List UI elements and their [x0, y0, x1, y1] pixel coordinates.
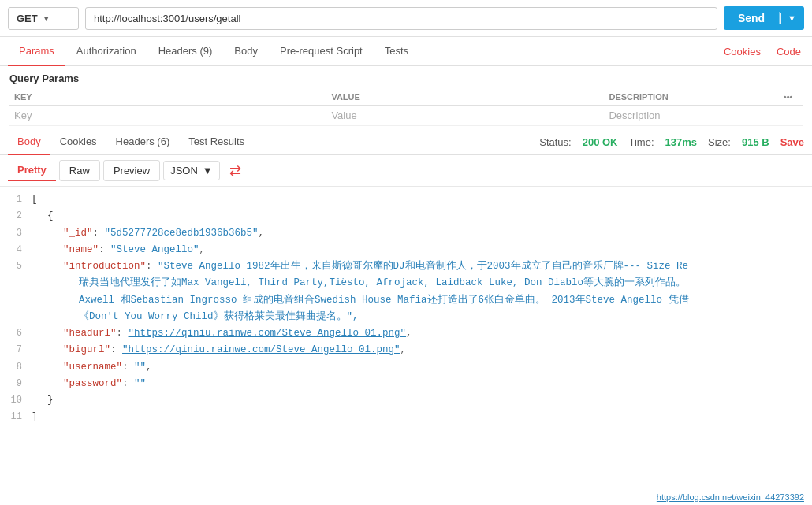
line-num: 11 — [8, 409, 32, 425]
table-row: Key Value Description — [9, 106, 803, 126]
json-line-4: 4 "name": "Steve Angello", — [8, 242, 804, 258]
json-intro-cont2: Axwell 和Sebastian Ingrosso 组成的电音组合Swedis… — [32, 292, 804, 309]
top-bar: GET ▼ Send | ▼ — [0, 0, 812, 37]
time-value: 137ms — [665, 136, 697, 148]
json-line-1: 1 [ — [8, 191, 804, 208]
json-line-5b: Axwell 和Sebastian Ingrosso 组成的电音组合Swedis… — [8, 292, 804, 309]
time-label: Time: — [629, 136, 654, 148]
code-link[interactable]: Code — [773, 38, 804, 65]
json-line-5a: 瑞典当地代理发行了如Max Vangeli, Third Party,Tiëst… — [8, 275, 804, 291]
tab-response-test-results[interactable]: Test Results — [179, 129, 254, 155]
tab-params[interactable]: Params — [8, 37, 65, 66]
line-num: 1 — [8, 191, 32, 207]
params-table: KEY VALUE DESCRIPTION ••• Key Value Desc… — [9, 89, 803, 126]
json-line-9: 9 "password": "" — [8, 376, 804, 392]
wrap-icon[interactable]: ⇄ — [229, 162, 241, 180]
json-line-8: 8 "username": "", — [8, 359, 804, 376]
format-select[interactable]: JSON ▼ — [163, 161, 220, 180]
status-bar: Status: 200 OK Time: 137ms Size: 915 B S… — [539, 136, 804, 148]
json-username: "username": "", — [32, 359, 804, 376]
tab-response-body[interactable]: Body — [8, 129, 50, 155]
format-chevron-icon: ▼ — [203, 165, 213, 176]
method-select[interactable]: GET ▼ — [8, 7, 79, 30]
json-id: "_id": "5d5277728ce8edb1936b36b5", — [32, 225, 804, 242]
raw-button[interactable]: Raw — [59, 160, 100, 181]
json-bracket-close: ] — [32, 409, 804, 425]
status-value: 200 OK — [583, 136, 618, 148]
line-num: 4 — [8, 242, 32, 258]
tab-body[interactable]: Body — [223, 37, 269, 66]
line-num: 8 — [8, 359, 32, 375]
json-name: "name": "Steve Angello", — [32, 242, 804, 258]
line-num: 7 — [8, 342, 32, 358]
tab-response-headers[interactable]: Headers (6) — [106, 129, 180, 155]
method-label: GET — [17, 13, 38, 24]
json-introduction: "introduction": "Steve Angello 1982年出生，来… — [32, 258, 804, 275]
method-chevron-icon: ▼ — [43, 14, 50, 23]
response-area: Body Cookies Headers (6) Test Results St… — [0, 129, 812, 431]
json-brace-open: { — [32, 208, 804, 225]
line-num: 5 — [8, 258, 32, 274]
tab-tests[interactable]: Tests — [374, 37, 419, 66]
json-line-6: 6 "headurl": "https://qiniu.rainwe.com/S… — [8, 325, 804, 342]
json-bracket-open: [ — [32, 191, 804, 208]
format-bar: Pretty Raw Preview JSON ▼ ⇄ — [0, 155, 812, 187]
query-params-section: Query Params KEY VALUE DESCRIPTION ••• K… — [0, 66, 812, 129]
send-button[interactable]: Send | ▼ — [724, 6, 804, 30]
url-input[interactable] — [85, 7, 717, 30]
size-value: 915 B — [742, 136, 769, 148]
json-line-11: 11 ] — [8, 409, 804, 425]
tab-headers[interactable]: Headers (9) — [147, 37, 224, 66]
json-line-5: 5 "introduction": "Steve Angello 1982年出生… — [8, 258, 804, 275]
json-brace-close: } — [32, 392, 804, 409]
format-json-label: JSON — [170, 165, 198, 176]
desc-cell[interactable]: Description — [604, 106, 778, 126]
size-label: Size: — [708, 136, 731, 148]
status-label: Status: — [539, 136, 571, 148]
line-num: 3 — [8, 225, 32, 241]
line-num: 9 — [8, 376, 32, 392]
json-line-3: 3 "_id": "5d5277728ce8edb1936b36b5", — [8, 225, 804, 242]
json-headurl: "headurl": "https://qiniu.rainwe.com/Ste… — [32, 325, 804, 342]
pretty-button[interactable]: Pretty — [8, 160, 56, 181]
json-line-2: 2 { — [8, 208, 804, 225]
tab-response-cookies[interactable]: Cookies — [50, 129, 106, 155]
line-num: 6 — [8, 325, 32, 341]
save-button[interactable]: Save — [780, 136, 804, 148]
tab-authorization[interactable]: Authorization — [65, 37, 147, 66]
json-line-5c: 《Don't You Worry Child》获得格莱美最佳舞曲提名。", — [8, 309, 804, 325]
send-label: Send — [724, 12, 779, 24]
top-tab-right-links: Cookies Code — [721, 38, 804, 65]
tab-prerequest[interactable]: Pre-request Script — [269, 37, 374, 66]
top-tab-nav: Params Authorization Headers (9) Body Pr… — [0, 37, 812, 66]
col-value-header: VALUE — [326, 89, 604, 106]
json-intro-cont1: 瑞典当地代理发行了如Max Vangeli, Third Party,Tiëst… — [32, 275, 804, 291]
action-cell — [779, 106, 803, 126]
line-num: 2 — [8, 208, 32, 224]
json-bigurl: "bigurl": "https://qiniu.rainwe.com/Stev… — [32, 342, 804, 358]
preview-button[interactable]: Preview — [103, 160, 160, 181]
col-key-header: KEY — [9, 89, 326, 106]
key-cell[interactable]: Key — [9, 106, 326, 126]
query-params-title: Query Params — [9, 72, 803, 84]
json-intro-cont3: 《Don't You Worry Child》获得格莱美最佳舞曲提名。", — [32, 309, 804, 325]
col-desc-header: DESCRIPTION — [604, 89, 778, 106]
cookies-link[interactable]: Cookies — [721, 38, 764, 65]
json-display: 1 [ 2 { 3 "_id": "5d5277728ce8edb1936b36… — [0, 187, 812, 431]
json-line-10: 10 } — [8, 392, 804, 409]
json-line-7: 7 "bigurl": "https://qiniu.rainwe.com/St… — [8, 342, 804, 358]
value-cell[interactable]: Value — [326, 106, 604, 126]
bottom-tab-nav: Body Cookies Headers (6) Test Results St… — [0, 129, 812, 155]
col-action-header: ••• — [779, 89, 803, 106]
json-password: "password": "" — [32, 376, 804, 392]
line-num: 10 — [8, 392, 32, 408]
send-arrow-icon[interactable]: ▼ — [780, 13, 804, 23]
